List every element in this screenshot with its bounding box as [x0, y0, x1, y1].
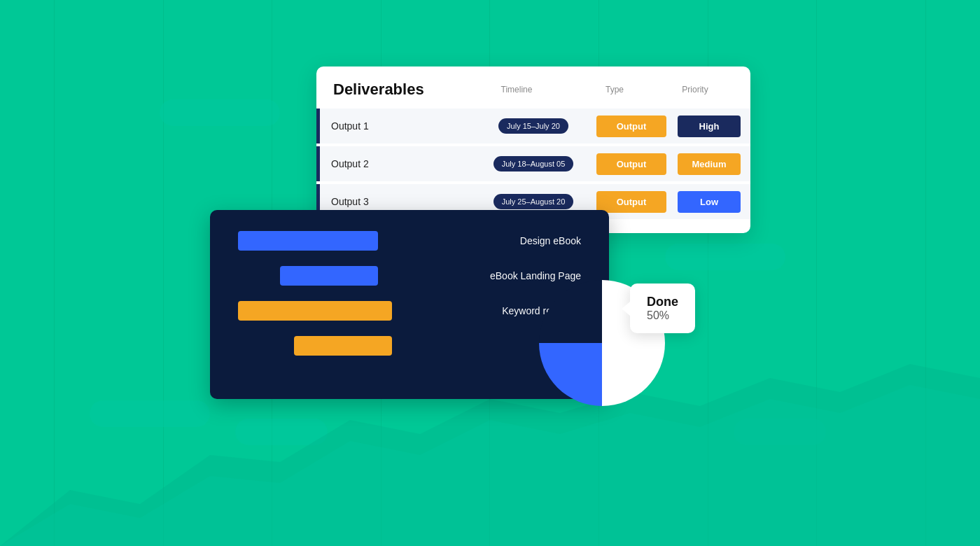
- timeline-pill-1: July 15–July 20: [498, 118, 568, 134]
- done-tooltip: Done 50%: [630, 284, 695, 333]
- row-label-3: Output 3: [320, 196, 477, 207]
- col-header-timeline: Timeline: [461, 85, 573, 94]
- type-badge-3: Output: [589, 191, 673, 213]
- type-badge-1: Output: [589, 115, 673, 137]
- gantt-row-1: Design eBook: [238, 231, 581, 251]
- row-label-2: Output 2: [320, 158, 477, 169]
- gantt-bar-wrapper-4: [238, 336, 570, 356]
- priority-badge-2: Medium: [673, 153, 750, 175]
- type-pill-1: Output: [596, 115, 666, 137]
- type-badge-2: Output: [589, 153, 673, 175]
- gantt-row-4: [238, 336, 581, 356]
- gantt-bar-wrapper-2: [238, 266, 479, 286]
- deliverable-row-1: Output 1 July 15–July 20 Output High: [316, 108, 750, 144]
- priority-pill-2: Medium: [678, 153, 741, 175]
- gantt-bar-wrapper-3: [238, 301, 491, 321]
- deliverable-row-2: Output 2 July 18–August 05 Output Medium: [316, 146, 750, 181]
- timeline-badge-1: July 15–July 20: [477, 118, 589, 134]
- priority-badge-3: Low: [673, 191, 750, 213]
- type-pill-2: Output: [596, 153, 666, 175]
- timeline-pill-3: July 25–August 20: [493, 194, 574, 209]
- done-label: Done: [647, 295, 678, 309]
- main-content: Deliverables Timeline Type Priority Outp…: [0, 0, 980, 546]
- gantt-row-2: eBook Landing Page: [238, 266, 581, 286]
- gantt-bar-wrapper-1: [238, 231, 509, 251]
- col-header-type: Type: [573, 85, 657, 94]
- timeline-badge-3: July 25–August 20: [477, 194, 589, 209]
- deliverables-header: Deliverables Timeline Type Priority: [316, 66, 750, 106]
- tooltip-pointer: [622, 302, 630, 316]
- gantt-bar-2: [280, 266, 378, 286]
- done-value: 50%: [647, 309, 678, 322]
- priority-badge-1: High: [673, 115, 750, 137]
- priority-pill-1: High: [678, 115, 741, 137]
- deliverables-title: Deliverables: [333, 80, 461, 99]
- gantt-bar-4: [294, 336, 392, 356]
- gantt-bar-3: [238, 301, 392, 321]
- timeline-badge-2: July 18–August 05: [477, 156, 589, 172]
- deliverables-card: Deliverables Timeline Type Priority Outp…: [316, 66, 750, 233]
- gantt-label-1: Design eBook: [520, 235, 581, 246]
- row-label-1: Output 1: [320, 120, 477, 132]
- timeline-pill-2: July 18–August 05: [493, 156, 574, 172]
- gantt-row-3: Keyword research: [238, 301, 581, 321]
- col-header-priority: Priority: [657, 85, 734, 94]
- type-pill-3: Output: [596, 191, 666, 213]
- gantt-bar-1: [238, 231, 378, 251]
- priority-pill-3: Low: [678, 191, 741, 213]
